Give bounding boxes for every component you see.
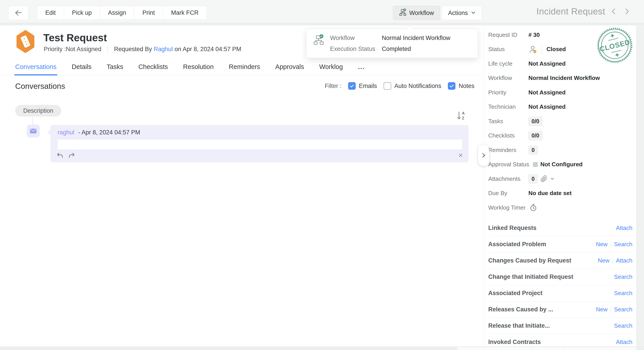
checkbox-checked-icon	[348, 82, 356, 90]
previous-request-button[interactable]	[610, 7, 618, 16]
change-initiated-search-link[interactable]: Search	[614, 274, 632, 280]
request-title: Test Request	[43, 32, 107, 44]
conversations-heading: Conversations	[15, 82, 65, 90]
filter-auto-notifications-checkbox[interactable]: Auto Notifications	[384, 82, 441, 90]
invoked-contracts-attach-link[interactable]: Attach	[616, 338, 632, 346]
tasks-count-badge[interactable]: 0/0	[528, 117, 542, 126]
tab-tasks[interactable]: Tasks	[107, 58, 123, 75]
attachments-chevron-down-icon[interactable]	[550, 177, 554, 181]
bottom-edge-strip	[458, 347, 636, 350]
next-request-button[interactable]	[622, 7, 631, 16]
row-associated-problem: Associated Problem New Search	[488, 236, 635, 253]
attachments-count-badge: 0	[528, 174, 538, 184]
tab-reminders[interactable]: Reminders	[229, 58, 260, 75]
paperclip-icon[interactable]	[540, 175, 548, 182]
edit-button[interactable]: Edit	[37, 6, 64, 20]
reply-icon[interactable]	[56, 152, 64, 160]
workflow-popup: Workflow Normal Incident Workflow Execut…	[306, 28, 478, 58]
conversation-header: raghul - Apr 8, 2024 04:57 PM	[50, 125, 468, 136]
conversation-body	[58, 140, 462, 149]
requested-by-label: Requested By	[114, 46, 152, 53]
execution-status-row: Execution Status Completed	[330, 46, 450, 52]
field-technician: Technician Not Assigned	[488, 100, 635, 114]
title-nav: Incident Request	[536, 0, 631, 23]
filter-emails-checkbox[interactable]: Emails	[348, 82, 377, 90]
requester-person-icon[interactable]	[528, 45, 537, 54]
tab-conversations[interactable]: Conversations	[15, 58, 56, 75]
field-approval-status: Approval Status Not Configured	[488, 157, 635, 172]
request-properties-sidebar: Request ID # 30 Status Closed Life cy	[488, 26, 635, 346]
sidebar-divider	[484, 26, 484, 346]
release-initiated-search-link[interactable]: Search	[614, 322, 632, 329]
conversation-card: raghul - Apr 8, 2024 04:57 PM ×	[50, 125, 468, 162]
row-linked-requests: Linked Requests Attach	[488, 220, 635, 236]
timeline-connector	[32, 117, 33, 124]
tab-resolution[interactable]: Resolution	[183, 58, 214, 75]
mark-fcr-button[interactable]: Mark FCR	[163, 6, 207, 20]
checklists-count-badge[interactable]: 0/0	[528, 131, 542, 140]
approval-status-icon	[533, 162, 538, 167]
filter-auto-notifications-label: Auto Notifications	[394, 82, 441, 90]
actions-button-label: Actions	[448, 10, 468, 16]
print-button[interactable]: Print	[134, 6, 163, 20]
changes-caused-attach-link[interactable]: Attach	[616, 257, 632, 264]
tab-checklists[interactable]: Checklists	[138, 58, 168, 75]
status-value: Closed	[546, 46, 566, 53]
linked-requests-attach-link[interactable]: Attach	[616, 224, 632, 232]
row-releases-caused-by: Releases Caused by ... New Search	[488, 302, 635, 318]
linked-sections: Linked Requests Attach Associated Proble…	[488, 220, 635, 347]
filter-notes-checkbox[interactable]: Notes	[448, 82, 474, 90]
associated-project-search-link[interactable]: Search	[614, 290, 632, 297]
field-priority: Priority Not Assigned	[488, 85, 635, 100]
tab-worklog[interactable]: Worklog	[319, 58, 343, 75]
meta-divider	[108, 45, 108, 53]
email-icon	[27, 124, 40, 138]
row-associated-project: Associated Project Search	[488, 285, 635, 302]
vertical-scrollbar[interactable]	[637, 26, 644, 346]
close-icon[interactable]: ×	[458, 151, 463, 159]
requester-link[interactable]: Raghul	[154, 46, 173, 53]
reminders-count-badge[interactable]: 0	[528, 146, 538, 155]
forward-icon[interactable]	[68, 152, 76, 160]
request-meta: Priority :Not Assigned Requested By Ragh…	[44, 45, 241, 53]
pickup-button[interactable]: Pick up	[64, 6, 100, 20]
conversation-footer	[56, 152, 76, 160]
stopwatch-icon[interactable]	[529, 203, 538, 212]
tab-details[interactable]: Details	[72, 58, 92, 75]
page-title: Incident Request	[536, 6, 605, 16]
action-divider	[611, 306, 611, 313]
field-attachments: Attachments 0	[488, 172, 635, 186]
requested-on-text: on Apr 8, 2024 04:57 PM	[174, 46, 241, 53]
main-panel: Test Request Priority :Not Assigned Requ…	[0, 26, 636, 346]
filter-emails-label: Emails	[359, 82, 377, 90]
description-chip: Description	[15, 105, 61, 116]
changes-caused-new-link[interactable]: New	[598, 257, 610, 264]
field-reminders: Reminders 0	[488, 143, 635, 157]
field-worklog-timer: Worklog Timer	[488, 200, 635, 215]
toolbar-button-group: Edit Pick up Assign Print Mark FCR	[37, 6, 207, 20]
workflow-button[interactable]: Workflow	[393, 6, 440, 20]
topbar: Edit Pick up Assign Print Mark FCR Workf…	[0, 0, 644, 23]
releases-caused-search-link[interactable]: Search	[614, 306, 632, 313]
incident-ticket-icon	[16, 30, 34, 53]
tab-more[interactable]: ...	[358, 58, 364, 75]
workflow-button-label: Workflow	[409, 10, 434, 16]
associated-problem-search-link[interactable]: Search	[614, 241, 632, 248]
associated-problem-new-link[interactable]: New	[596, 241, 608, 248]
back-button[interactable]	[8, 6, 28, 20]
releases-caused-new-link[interactable]: New	[596, 306, 608, 313]
sort-a-z-icon[interactable]: A Z	[456, 110, 466, 122]
conversation-timestamp: - Apr 8, 2024 04:57 PM	[78, 129, 140, 136]
assign-button[interactable]: Assign	[100, 6, 134, 20]
svg-text:Z: Z	[462, 116, 464, 120]
conversation-author-link[interactable]: raghul	[58, 129, 74, 136]
actions-button[interactable]: Actions	[442, 6, 482, 20]
approval-status-value: Not Configured	[540, 161, 583, 168]
sidebar-collapse-handle[interactable]	[478, 145, 489, 166]
field-workflow: Workflow Normal Incident Workflow	[488, 71, 635, 86]
chevron-down-icon	[471, 10, 476, 16]
field-tasks: Tasks 0/0	[488, 114, 635, 128]
row-release-that-initiated: Release that Initiate... Search	[488, 318, 635, 334]
workflow-popup-icon	[313, 34, 324, 52]
tab-approvals[interactable]: Approvals	[275, 58, 304, 75]
